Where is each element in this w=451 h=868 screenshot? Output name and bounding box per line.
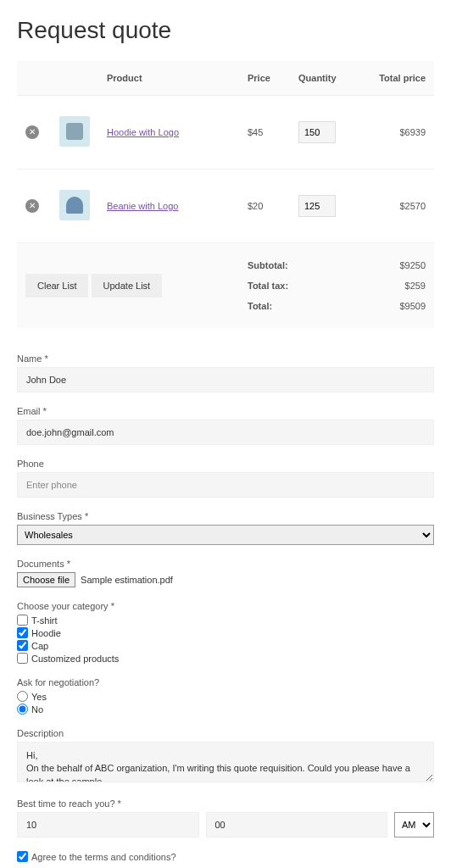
col-total: Total price bbox=[358, 61, 434, 96]
col-price: Price bbox=[239, 61, 290, 96]
product-thumb-icon bbox=[59, 116, 90, 147]
tax-label: Total tax: bbox=[248, 281, 288, 291]
page-title: Request quote bbox=[17, 17, 434, 44]
choose-file-button[interactable]: Choose file bbox=[17, 572, 75, 587]
radio-no[interactable] bbox=[17, 704, 28, 715]
remove-button[interactable]: ✕ bbox=[25, 125, 39, 139]
clear-list-button[interactable]: Clear List bbox=[25, 274, 88, 298]
agree-checkbox[interactable] bbox=[17, 851, 28, 862]
time-label: Best time to reach you? * bbox=[17, 798, 434, 809]
docs-label: Documents * bbox=[17, 559, 434, 569]
table-row: ✕ Hoodie with Logo $45 $6939 bbox=[17, 96, 434, 170]
phone-field[interactable] bbox=[17, 472, 434, 498]
update-list-button[interactable]: Update List bbox=[92, 274, 163, 298]
total-value: $9509 bbox=[399, 301, 426, 311]
quote-table: Product Price Quantity Total price ✕ Hoo… bbox=[17, 61, 434, 328]
biztype-label: Business Types * bbox=[17, 511, 434, 521]
time-min-input[interactable] bbox=[206, 812, 388, 837]
row-total: $2570 bbox=[358, 170, 434, 243]
file-name: Sample estimation.pdf bbox=[81, 575, 173, 585]
desc-textarea[interactable]: Hi, On the behalf of ABC organization, I… bbox=[17, 742, 434, 782]
email-field[interactable] bbox=[17, 420, 434, 445]
checkbox-custom[interactable] bbox=[17, 653, 28, 664]
subtotal-label: Subtotal: bbox=[248, 260, 288, 270]
quantity-input[interactable] bbox=[298, 195, 336, 217]
price-cell: $45 bbox=[239, 96, 290, 170]
agree-label: Agree to the terms and conditions? bbox=[31, 852, 176, 862]
phone-label: Phone bbox=[17, 459, 434, 469]
checkbox-tshirt[interactable] bbox=[17, 615, 28, 626]
email-label: Email * bbox=[17, 406, 434, 416]
product-link[interactable]: Beanie with Logo bbox=[107, 201, 178, 211]
product-thumb-icon bbox=[59, 190, 90, 220]
tax-value: $259 bbox=[405, 281, 426, 291]
total-label: Total: bbox=[248, 301, 272, 311]
table-row: ✕ Beanie with Logo $20 $2570 bbox=[17, 170, 434, 243]
price-cell: $20 bbox=[239, 170, 290, 243]
subtotal-value: $9250 bbox=[399, 260, 426, 270]
col-qty: Quantity bbox=[290, 61, 358, 96]
negotiation-label: Ask for negotiation? bbox=[17, 677, 434, 687]
time-hour-input[interactable] bbox=[17, 812, 199, 837]
col-product: Product bbox=[98, 61, 239, 96]
checkbox-cap[interactable] bbox=[17, 640, 28, 651]
product-link[interactable]: Hoodie with Logo bbox=[107, 127, 179, 137]
time-ampm-select[interactable]: AM bbox=[394, 812, 434, 837]
name-label: Name * bbox=[17, 353, 434, 364]
quantity-input[interactable] bbox=[298, 121, 336, 143]
remove-button[interactable]: ✕ bbox=[25, 199, 39, 213]
name-field[interactable] bbox=[17, 367, 434, 392]
biztype-select[interactable]: Wholesales bbox=[17, 525, 434, 545]
radio-yes[interactable] bbox=[17, 691, 28, 702]
category-label: Choose your category * bbox=[17, 601, 434, 611]
checkbox-hoodie[interactable] bbox=[17, 627, 28, 638]
row-total: $6939 bbox=[358, 96, 434, 170]
desc-label: Description bbox=[17, 728, 434, 738]
